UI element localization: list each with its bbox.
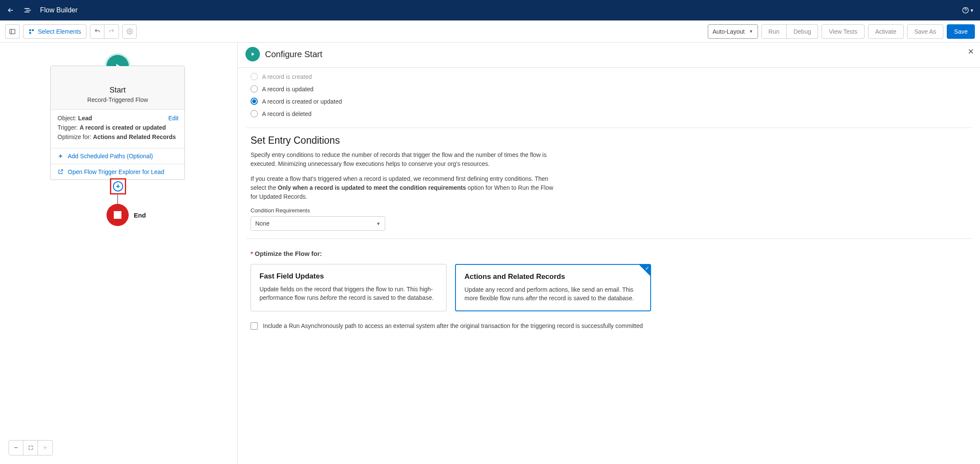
start-node-title: Start: [55, 86, 180, 95]
back-arrow-icon[interactable]: [6, 6, 15, 15]
optimize-heading: * Optimize the Flow for:: [251, 250, 971, 257]
start-node-subtitle: Record-Triggered Flow: [55, 96, 180, 103]
svg-rect-5: [29, 32, 31, 34]
select-elements-button[interactable]: Select Elements: [23, 24, 86, 39]
save-button[interactable]: Save: [947, 24, 975, 39]
selected-checkmark-icon: [639, 265, 650, 276]
help-button[interactable]: ▼: [962, 7, 974, 14]
async-label: Include a Run Asynchronously path to acc…: [263, 322, 643, 329]
condition-requirements-select[interactable]: None ▼: [251, 216, 385, 231]
optimize-card-actions-title: Actions and Related Records: [464, 273, 642, 281]
chevron-down-icon: ▼: [749, 29, 753, 34]
app-header: Flow Builder ▼: [0, 0, 980, 20]
radio-deleted[interactable]: A record is deleted: [251, 107, 971, 120]
optimize-card-fast-title: Fast Field Updates: [259, 272, 438, 281]
end-node-icon[interactable]: [107, 204, 129, 226]
run-button[interactable]: Run: [761, 24, 787, 39]
edit-link[interactable]: Edit: [168, 115, 179, 122]
undo-button[interactable]: [90, 24, 104, 39]
fit-button[interactable]: [23, 441, 38, 455]
open-flow-explorer-link[interactable]: Open Flow Trigger Explorer for Lead: [51, 164, 184, 180]
radio-updated[interactable]: A record is updated: [251, 83, 971, 95]
optimize-card-fast[interactable]: Fast Field Updates Update fields on the …: [251, 264, 447, 311]
configure-panel: Configure Start ✕ A record is created A …: [238, 43, 980, 464]
end-node-label: End: [134, 212, 146, 219]
save-as-button[interactable]: Save As: [907, 24, 943, 39]
svg-point-6: [129, 31, 130, 32]
trigger-value: A record is created or updated: [80, 124, 166, 131]
radio-created-or-updated[interactable]: A record is created or updated: [251, 95, 971, 107]
plus-icon: +: [113, 181, 123, 191]
toolbar: Select Elements Auto-Layout ▼ Run Debug …: [0, 20, 980, 43]
entry-conditions-heading: Set Entry Conditions: [251, 135, 971, 146]
settings-button[interactable]: [122, 24, 137, 39]
entry-help-text: Specify entry conditions to reduce the n…: [251, 151, 557, 201]
close-panel-button[interactable]: ✕: [968, 47, 974, 56]
object-value: Lead: [78, 115, 92, 122]
layout-dropdown[interactable]: Auto-Layout ▼: [708, 24, 758, 39]
connector-line: [117, 194, 118, 205]
svg-rect-3: [29, 29, 31, 31]
debug-button[interactable]: Debug: [787, 24, 818, 39]
trigger-radio-group: A record is created A record is updated …: [251, 68, 971, 120]
object-label: Object:: [58, 115, 76, 122]
view-tests-button[interactable]: View Tests: [821, 24, 864, 39]
open-flow-explorer-label: Open Flow Trigger Explorer for Lead: [68, 168, 164, 175]
add-element-button[interactable]: +: [110, 178, 126, 194]
app-logo-icon: [23, 6, 32, 15]
add-scheduled-paths-label: Add Scheduled Paths (Optional): [68, 153, 153, 160]
optimize-card-actions-desc: Update any record and perform actions, l…: [464, 285, 642, 303]
condition-select-value: None: [255, 220, 269, 227]
app-title: Flow Builder: [40, 6, 78, 14]
activate-button[interactable]: Activate: [868, 24, 904, 39]
condition-requirements-label: Condition Requirements: [251, 207, 971, 214]
optimize-label: Optimize for:: [58, 133, 91, 140]
svg-rect-1: [10, 29, 15, 34]
panel-play-icon: [245, 47, 260, 61]
optimize-card-actions[interactable]: Actions and Related Records Update any r…: [455, 264, 651, 311]
optimize-value: Actions and Related Records: [93, 133, 176, 140]
panel-title: Configure Start: [265, 49, 323, 59]
zoom-in-button[interactable]: +: [38, 441, 52, 455]
radio-created[interactable]: A record is created: [251, 70, 971, 83]
layout-dropdown-label: Auto-Layout: [712, 28, 745, 35]
select-elements-label: Select Elements: [38, 28, 81, 35]
start-node-card[interactable]: Start Record-Triggered Flow Edit Object:…: [50, 66, 185, 180]
canvas-pane[interactable]: Start Record-Triggered Flow Edit Object:…: [0, 43, 238, 464]
add-scheduled-paths-link[interactable]: Add Scheduled Paths (Optional): [51, 148, 184, 164]
optimize-card-fast-desc: Update fields on the record that trigger…: [259, 285, 438, 302]
redo-button[interactable]: [104, 24, 119, 39]
svg-rect-4: [32, 29, 34, 31]
async-checkbox[interactable]: [251, 322, 258, 330]
trigger-label: Trigger:: [58, 124, 78, 131]
chevron-down-icon: ▼: [376, 221, 380, 226]
zoom-out-button[interactable]: −: [9, 441, 23, 455]
zoom-controls: − +: [9, 440, 53, 455]
sidebar-toggle-button[interactable]: [5, 24, 20, 39]
